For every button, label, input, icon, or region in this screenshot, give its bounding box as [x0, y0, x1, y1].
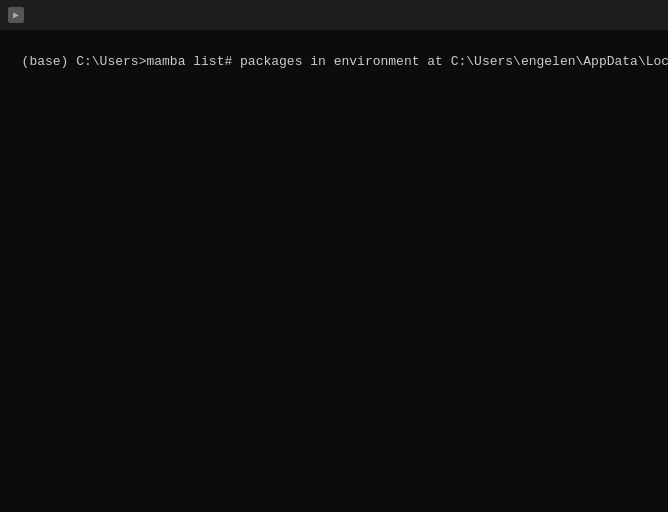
header-line-0: # packages in environment at C:\Users\en…	[224, 54, 668, 69]
window-controls	[530, 0, 668, 30]
close-button[interactable]	[622, 0, 668, 30]
title-bar-left: ▶	[8, 7, 30, 23]
app-icon: ▶	[8, 7, 24, 23]
prompt-line: (base) C:\Users>mamba list	[22, 54, 225, 69]
maximize-button[interactable]	[576, 0, 622, 30]
terminal-window: ▶ (base) C:\Users>mamba list# packages i…	[0, 0, 668, 512]
minimize-button[interactable]	[530, 0, 576, 30]
terminal-content[interactable]: (base) C:\Users>mamba list# packages in …	[0, 30, 668, 512]
title-bar: ▶	[0, 0, 668, 30]
